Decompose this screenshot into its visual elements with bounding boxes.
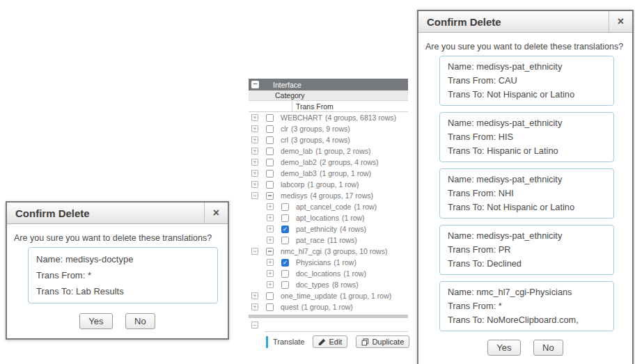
- tree-item-label[interactable]: WEBCHART: [281, 113, 322, 122]
- tree-row[interactable]: + crl (3 groups, 4 rows): [249, 134, 408, 145]
- expand-icon[interactable]: +: [251, 136, 258, 143]
- checkbox[interactable]: ✓: [281, 259, 289, 267]
- close-icon[interactable]: ×: [609, 11, 632, 32]
- expand-icon[interactable]: +: [251, 125, 258, 132]
- expand-icon[interactable]: +: [251, 303, 258, 310]
- tree-item-label[interactable]: apt_locations: [296, 214, 339, 222]
- checkbox[interactable]: [266, 248, 274, 255]
- tree-footer-row: −: [249, 321, 408, 329]
- tree-row[interactable]: − medisys (4 groups, 17 rows): [249, 190, 408, 201]
- tree-row[interactable]: + ✓ Physicians (1 row): [249, 257, 408, 268]
- expand-icon[interactable]: +: [267, 214, 274, 221]
- collapse-all-icon[interactable]: −: [251, 81, 259, 88]
- translation-item: Name: medisys-doctypeTrans From: *Trans …: [28, 247, 218, 303]
- tree-row[interactable]: + pat_race (11 rows): [249, 235, 408, 246]
- yes-button[interactable]: Yes: [79, 313, 112, 329]
- checkbox[interactable]: [266, 181, 274, 189]
- yes-button[interactable]: Yes: [487, 340, 520, 356]
- tree-item-label[interactable]: clr: [281, 125, 288, 133]
- checkbox[interactable]: [281, 237, 289, 244]
- expand-icon[interactable]: +: [251, 114, 258, 121]
- checkbox[interactable]: [266, 148, 274, 155]
- checkbox[interactable]: [266, 125, 274, 133]
- dialog-buttons: Yes No: [418, 340, 632, 356]
- tree-row[interactable]: + demo_lab2 (2 groups, 4 rows): [249, 157, 408, 168]
- duplicate-button[interactable]: Duplicate: [356, 335, 409, 348]
- tree-row[interactable]: + labcorp (1 group, 1 row): [249, 179, 408, 190]
- collapse-icon[interactable]: −: [251, 248, 258, 255]
- edit-button[interactable]: Edit: [313, 335, 347, 348]
- expand-icon[interactable]: +: [267, 225, 274, 232]
- checkbox[interactable]: [266, 303, 274, 311]
- checkbox[interactable]: [266, 136, 274, 144]
- translation-line: Trans To: Not Hispanic or Latino: [448, 200, 606, 214]
- tree-item-label[interactable]: pat_race: [296, 236, 324, 244]
- tree-row[interactable]: + demo_lab (1 group, 2 rows): [249, 145, 408, 157]
- close-icon[interactable]: ×: [204, 203, 228, 223]
- collapse-icon[interactable]: −: [251, 192, 258, 199]
- tree-item-label[interactable]: crl: [281, 136, 288, 144]
- collapse-icon[interactable]: −: [251, 322, 258, 329]
- tree-row[interactable]: + quest (1 group, 1 row): [249, 301, 408, 312]
- horizontal-scrollbar[interactable]: [249, 315, 408, 318]
- expand-icon[interactable]: +: [267, 281, 274, 288]
- tree-row[interactable]: + ✓ pat_ethnicity (4 rows): [249, 223, 408, 235]
- tree-row[interactable]: + doc_locations (1 row): [249, 268, 408, 279]
- tree-row[interactable]: + WEBCHART (4 groups, 6813 rows): [249, 112, 408, 123]
- expand-icon[interactable]: +: [251, 292, 258, 299]
- expand-icon[interactable]: +: [267, 259, 274, 266]
- tree-item-count: (2 groups, 4 rows): [320, 158, 379, 166]
- checkbox[interactable]: [266, 292, 274, 300]
- tree-row[interactable]: − nmc_hl7_cgi (3 groups, 10 rows): [249, 246, 408, 257]
- tree-item-label[interactable]: nmc_hl7_cgi: [281, 247, 322, 255]
- tree-item-label[interactable]: labcorp: [281, 180, 304, 189]
- translation-item: Name: medisys-pat_ethnicityTrans From: H…: [439, 112, 614, 162]
- expand-icon[interactable]: +: [251, 170, 258, 177]
- tree-row[interactable]: + apt_cancel_code (1 row): [249, 201, 408, 212]
- tree-item-label[interactable]: demo_lab: [281, 147, 313, 155]
- translation-line: Trans To: Lab Results: [36, 283, 210, 299]
- tree-item-label[interactable]: demo_lab2: [281, 158, 317, 166]
- no-button[interactable]: No: [533, 340, 563, 356]
- checkbox[interactable]: [281, 270, 289, 278]
- tree-row[interactable]: + one_time_update (1 group, 1 row): [249, 290, 408, 301]
- checkbox[interactable]: [266, 159, 274, 166]
- tree-item-label[interactable]: Physicians: [296, 258, 331, 267]
- expand-icon[interactable]: +: [251, 148, 258, 155]
- tree-row[interactable]: + apt_locations (1 row): [249, 212, 408, 223]
- tree-row[interactable]: + doc_types (8 rows): [249, 279, 408, 290]
- checkbox[interactable]: [281, 281, 289, 289]
- tree-item-label[interactable]: quest: [281, 303, 299, 311]
- expand-icon[interactable]: +: [267, 270, 274, 277]
- checkbox[interactable]: [266, 114, 274, 122]
- expand-icon[interactable]: +: [267, 237, 274, 244]
- tree-item-label[interactable]: pat_ethnicity: [296, 225, 337, 233]
- expand-icon[interactable]: +: [251, 181, 258, 188]
- tree-item-label[interactable]: one_time_update: [281, 292, 337, 300]
- tree-item-count: (11 rows): [327, 236, 357, 244]
- tree-row[interactable]: + demo_lab3 (1 group, 1 row): [249, 168, 408, 179]
- tab-translate[interactable]: Translate: [273, 338, 304, 346]
- translation-line: Trans To: NoMoreClipboard.com,: [448, 313, 606, 327]
- tree-item-count: (1 group, 1 row): [320, 169, 371, 177]
- tree-item-label[interactable]: apt_cancel_code: [296, 203, 351, 211]
- no-button[interactable]: No: [125, 313, 155, 329]
- translation-line: Name: medisys-pat_ethnicity: [448, 116, 606, 130]
- checkbox[interactable]: ✓: [281, 225, 289, 233]
- expand-icon[interactable]: +: [251, 159, 258, 166]
- tree-item-label[interactable]: medisys: [281, 191, 308, 200]
- checkbox[interactable]: [266, 170, 274, 177]
- translation-item: Name: nmc_hl7_cgi-PhysiciansTrans From: …: [439, 281, 614, 331]
- tree-item-count: (1 group, 1 row): [340, 292, 391, 300]
- tree-item-label[interactable]: demo_lab3: [281, 169, 317, 177]
- checkbox[interactable]: [281, 203, 289, 211]
- trans-from-header-row: Trans From: [249, 101, 408, 112]
- translation-line: Trans From: *: [448, 299, 606, 313]
- tree-item-count: (4 groups, 6813 rows): [325, 113, 396, 122]
- tree-item-label[interactable]: doc_types: [296, 280, 329, 289]
- checkbox[interactable]: [266, 192, 274, 200]
- tree-row[interactable]: + clr (3 groups, 9 rows): [249, 123, 408, 134]
- tree-item-label[interactable]: doc_locations: [296, 269, 340, 278]
- checkbox[interactable]: [281, 214, 289, 222]
- expand-icon[interactable]: +: [267, 203, 274, 210]
